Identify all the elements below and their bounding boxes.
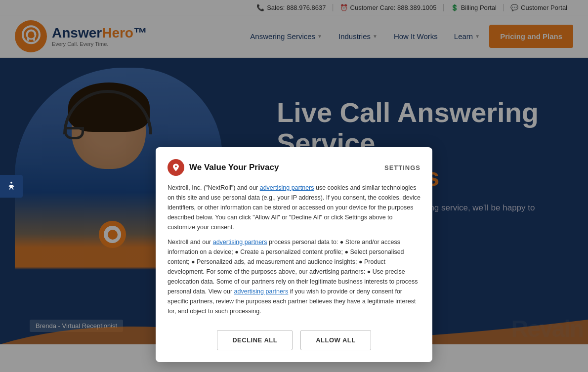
modal-body: Nextroll, Inc. ("NextRoll") and our adve… (168, 183, 420, 321)
privacy-modal: We Value Your Privacy SETTINGS Nextroll,… (156, 147, 432, 362)
modal-overlay: We Value Your Privacy SETTINGS Nextroll,… (0, 0, 588, 372)
modal-body-p1: Nextroll, Inc. ("NextRoll") and our adve… (168, 183, 420, 232)
accessibility-button[interactable] (0, 175, 23, 198)
decline-all-button[interactable]: DECLINE ALL (217, 330, 293, 350)
modal-title: We Value Your Privacy (189, 163, 279, 172)
modal-footer: DECLINE ALL ALLOW ALL (168, 330, 420, 350)
modal-header: We Value Your Privacy SETTINGS (168, 159, 420, 176)
nextroll-logo-icon (168, 159, 184, 176)
advertising-partners-link-2[interactable]: advertising partners (213, 239, 267, 246)
advertising-partners-link-1[interactable]: advertising partners (260, 184, 314, 191)
svg-point-0 (10, 181, 12, 183)
nextroll-icon-svg (171, 163, 180, 172)
accessibility-icon (6, 181, 17, 192)
advertising-partners-link-3[interactable]: advertising partners (234, 288, 289, 295)
modal-header-left: We Value Your Privacy (168, 159, 279, 176)
modal-body-p2: Nextroll and our advertising partners pr… (168, 237, 420, 316)
allow-all-button[interactable]: ALLOW ALL (300, 330, 371, 350)
modal-settings-link[interactable]: SETTINGS (384, 164, 420, 171)
